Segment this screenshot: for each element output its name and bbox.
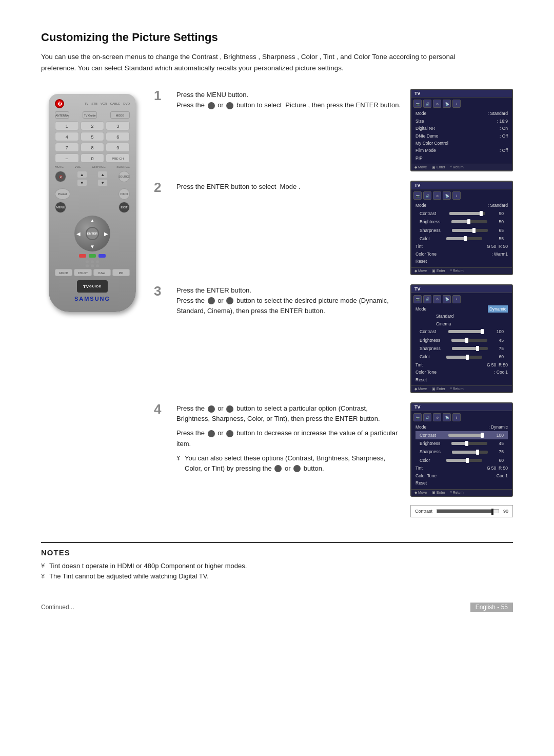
menu3-sharpness: Sharpness 75	[416, 344, 508, 353]
nav-up-arrow[interactable]: ▲	[90, 218, 95, 223]
num-6[interactable]: 6	[106, 132, 130, 141]
tv-guide-button[interactable]: TV Guide	[83, 111, 97, 119]
contrast-label: Contrast	[415, 509, 432, 514]
tv-menu-list-2: Mode: Standard Contrast 90 Brightness 50…	[411, 200, 512, 267]
tv-icon-2: 🔊	[423, 100, 431, 108]
contrast-thumb	[491, 509, 493, 515]
tv-guide-logo: TV GUIDE	[77, 280, 108, 293]
mute-button[interactable]: 🔇	[55, 171, 66, 182]
tv-icon-f2: 🔊	[423, 413, 431, 421]
menu3-brightness: Brightness 45	[416, 336, 508, 344]
num-dash[interactable]: –	[55, 153, 79, 163]
contrast-bar	[437, 509, 499, 513]
preset-info-row: Preset INFO	[55, 188, 130, 200]
step-2-number: 2	[154, 181, 168, 194]
down-icon-4	[226, 405, 233, 413]
tv-menu-list-4: Mode: Dynamic Contrast 100 Brightness 45	[411, 421, 512, 489]
tv-icon-t5: ℹ	[452, 295, 461, 303]
main-content: ⏻ TV STB VCR CABLE DVD ANTENNA TV Guide …	[41, 89, 513, 526]
num-0[interactable]: 0	[81, 153, 105, 163]
menu-button[interactable]: MENU	[55, 202, 66, 213]
step-4-bullet: ¥ You can also select these options (Con…	[176, 453, 402, 474]
step-1-row: 1 Press the MENU button. Press the or bu…	[154, 89, 513, 171]
d-net-button[interactable]: D-Net	[93, 269, 111, 276]
menu-item-dnie: DNIe Demo: Off	[416, 132, 508, 140]
num-5[interactable]: 5	[81, 132, 105, 141]
notes-section: NOTES Tint doesn t operate in HDMI or 48…	[41, 542, 513, 583]
nav-left-arrow[interactable]: ◀	[76, 231, 81, 237]
tv-icon-row-1: 📷 🔊 ⚙ 📡 ℹ	[411, 98, 512, 108]
num-2[interactable]: 2	[81, 121, 105, 130]
tv-icon-s4: 📡	[443, 191, 451, 200]
ch-list-button[interactable]: CH LIST	[74, 269, 91, 276]
tv-screen-1: TV 📷 🔊 ⚙ 📡 ℹ Mode: Standard Size: 16:9 D…	[410, 89, 513, 171]
tv-screen-1-header: TV	[411, 90, 512, 98]
tv-icon-t2: 🔊	[423, 295, 431, 303]
dots-row2	[55, 264, 130, 267]
menu-item-dnr: Digital NR: On	[416, 125, 508, 132]
vol-up[interactable]: ▲	[77, 171, 87, 178]
step-4-text: Press the or button to select a particul…	[176, 402, 402, 474]
mute-src-row: 🔇 ▲ ▼ ▲ ▼ SOURCE	[55, 171, 130, 186]
pre-ch-button[interactable]: PRE-CH	[106, 153, 130, 163]
tv-icon-f3: ⚙	[433, 413, 441, 421]
tv-icon-5: ℹ	[452, 100, 461, 108]
enter-button[interactable]: ENTER	[86, 227, 99, 240]
nav-right-arrow[interactable]: ▶	[104, 231, 108, 237]
num-9[interactable]: 9	[106, 143, 130, 152]
num-1[interactable]: 1	[55, 121, 79, 130]
tv-icon-t1: 📷	[413, 295, 422, 303]
exit-button[interactable]: EXIT	[118, 202, 130, 213]
notes-title: NOTES	[41, 548, 513, 557]
menu2-contrast: Contrast 90	[416, 209, 508, 218]
step-2-text: Press the ENTER button to select Mode .	[176, 181, 402, 192]
tv-icon-f4: 📡	[443, 413, 451, 421]
remote-control: ⏻ TV STB VCR CABLE DVD ANTENNA TV Guide …	[49, 94, 136, 312]
step-3-row: 3 Press the ENTER button. Press the or b…	[154, 284, 513, 393]
num-8[interactable]: 8	[81, 143, 105, 152]
intro-paragraph: You can use the on-screen menus to chang…	[41, 51, 482, 73]
input-labels: TV STB VCR CABLE DVD	[85, 102, 130, 105]
tv-screen-2-header: TV	[411, 182, 512, 189]
antenna-mode-row: ANTENNA TV Guide MODE	[55, 111, 130, 119]
contrast-value: 90	[503, 509, 508, 514]
color-btn-2[interactable]	[89, 254, 96, 258]
color-btn-1[interactable]	[79, 254, 86, 258]
down-icon-3	[226, 297, 233, 304]
tv-menu-list-3: Mode Dynamic Standard Cinema Contrast 10…	[411, 303, 512, 385]
num-3[interactable]: 3	[106, 121, 130, 130]
num-7[interactable]: 7	[55, 143, 79, 152]
step-4-number: 4	[154, 402, 168, 416]
tv-icon-t3: ⚙	[433, 295, 441, 303]
color-buttons	[55, 254, 130, 258]
tv-icon-row-2: 📷 🔊 ⚙ 📡 ℹ	[411, 189, 512, 200]
fav-ch-button[interactable]: FAV.CH	[55, 269, 72, 276]
steps-section: 1 Press the MENU button. Press the or bu…	[154, 89, 513, 526]
step-2-row: 2 Press the ENTER button to select Mode …	[154, 181, 513, 275]
vol-buttons: ▲ ▼	[77, 171, 87, 186]
tv-icon-s5: ℹ	[452, 191, 461, 200]
preset-button[interactable]: Preset	[55, 188, 70, 200]
ch-up[interactable]: ▲	[97, 171, 108, 178]
power-button[interactable]: ⏻	[55, 99, 64, 108]
menu3-standard-opt: Standard	[416, 313, 508, 320]
pip-button[interactable]: PIP	[112, 269, 130, 276]
tv-screen-4-header: TV	[411, 403, 512, 411]
antenna-button[interactable]: ANTENNA	[55, 111, 69, 119]
note-item-2: The Tint cannot be adjusted while watchi…	[41, 571, 513, 582]
tv-footer-2: ◆ Move▣ Enter⁰ Return	[411, 267, 512, 274]
dot3	[96, 260, 99, 263]
ch-down[interactable]: ▼	[97, 179, 108, 186]
color-btn-3[interactable]	[98, 254, 106, 258]
nav-down-arrow[interactable]: ▼	[90, 244, 95, 249]
vol-down[interactable]: ▼	[77, 179, 87, 186]
mode-button[interactable]: MODE	[110, 111, 130, 119]
source-button[interactable]: SOURCE	[118, 171, 130, 182]
menu-item-pip: PIP	[416, 154, 508, 162]
info-button[interactable]: INFO	[118, 188, 130, 200]
num-4[interactable]: 4	[55, 132, 79, 141]
menu2-color: Color 55	[416, 235, 508, 243]
samsung-logo: SAMSUNG	[55, 296, 130, 302]
fav-ch-row: FAV.CH CH LIST D-Net PIP	[55, 269, 130, 276]
tv-footer-1: ◆ Move▣ Enter⁰ Return	[411, 164, 512, 170]
